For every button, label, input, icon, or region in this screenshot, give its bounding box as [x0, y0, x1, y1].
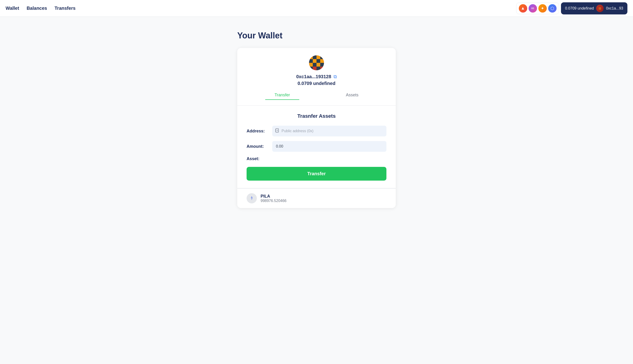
pila-asset-name: PILA — [261, 194, 286, 199]
wallet-address-row: 0xc1aa...193128 ⧉ — [296, 74, 337, 79]
svg-rect-14 — [313, 66, 316, 70]
page-title: Your Wallet — [237, 31, 283, 40]
ethereum-chain-icon[interactable]: ⬡ — [548, 4, 557, 12]
wallet-card: 0xc1aa...193128 ⧉ 0.0709 undefined Trans… — [237, 48, 396, 208]
pila-asset-icon — [247, 193, 257, 204]
address-input-wrap — [272, 126, 386, 136]
wallet-badge-balance: 0.0709 undefined — [565, 6, 594, 10]
nav-links: Wallet Balances Transfers — [6, 4, 76, 13]
wallet-badge[interactable]: 0.0709 undefined ⊞ 0xc1a...93 — [561, 2, 628, 14]
wallet-address: 0xc1aa...193128 — [296, 74, 331, 79]
address-label: Address: — [247, 129, 272, 134]
svg-rect-4 — [320, 56, 324, 59]
wallet-card-top: 0xc1aa...193128 ⧉ 0.0709 undefined Trans… — [237, 48, 396, 106]
alerting-chain-icon[interactable]: ▲ — [519, 4, 527, 12]
svg-rect-9 — [309, 63, 313, 66]
pila-asset-amount: 998976.520466 — [261, 199, 286, 203]
wallet-badge-address: 0xc1a...93 — [606, 6, 623, 10]
nav-right: ▲ ∞ ✦ ⬡ 0.0709 undefined ⊞ 0xc1a...93 — [516, 2, 628, 14]
nav-balances[interactable]: Balances — [27, 4, 47, 13]
amount-label: Amount: — [247, 144, 272, 149]
pila-asset-info: PILA 998976.520466 — [261, 194, 286, 203]
svg-rect-11 — [316, 63, 320, 66]
tab-assets[interactable]: Assets — [337, 91, 368, 100]
amount-input-wrap — [272, 141, 386, 152]
badge-chain-icon[interactable]: ✦ — [538, 4, 547, 12]
svg-rect-7 — [316, 59, 320, 63]
nav-wallet[interactable]: Wallet — [6, 4, 19, 13]
svg-rect-3 — [316, 56, 320, 59]
chain-icons-container: ▲ ∞ ✦ ⬡ — [516, 2, 559, 14]
amount-row: Amount: — [247, 141, 386, 152]
navbar: Wallet Balances Transfers ▲ ∞ ✦ ⬡ 0.0709… — [0, 0, 633, 17]
nav-transfers[interactable]: Transfers — [55, 4, 76, 13]
address-book-icon — [275, 128, 280, 134]
main-content: Your Wallet — [0, 17, 633, 218]
svg-rect-6 — [313, 59, 316, 63]
wallet-avatar — [309, 56, 324, 70]
infinity-chain-icon[interactable]: ∞ — [529, 4, 537, 12]
transfer-section: Trasnfer Assets Address: — [237, 106, 396, 188]
svg-rect-12 — [320, 63, 324, 66]
svg-rect-17 — [276, 129, 279, 132]
transfer-button[interactable]: Transfer — [247, 167, 386, 180]
svg-rect-16 — [320, 66, 324, 70]
svg-rect-2 — [313, 56, 316, 59]
svg-rect-15 — [316, 66, 320, 70]
asset-row-pila: PILA 998976.520466 — [237, 188, 396, 208]
svg-rect-10 — [313, 63, 316, 66]
address-input[interactable] — [272, 126, 386, 136]
svg-rect-8 — [320, 59, 324, 63]
tab-transfer[interactable]: Transfer — [265, 91, 299, 100]
svg-rect-1 — [309, 56, 313, 59]
amount-input[interactable] — [272, 141, 386, 152]
svg-rect-5 — [309, 59, 313, 63]
wallet-tabs: Transfer Assets — [247, 91, 386, 100]
wallet-balance: 0.0709 undefined — [298, 81, 335, 86]
asset-field-label: Asset: — [247, 156, 386, 161]
transfer-title: Trasnfer Assets — [247, 113, 386, 119]
copy-icon[interactable]: ⧉ — [333, 74, 337, 79]
address-row: Address: — [247, 126, 386, 136]
svg-rect-13 — [309, 66, 313, 70]
